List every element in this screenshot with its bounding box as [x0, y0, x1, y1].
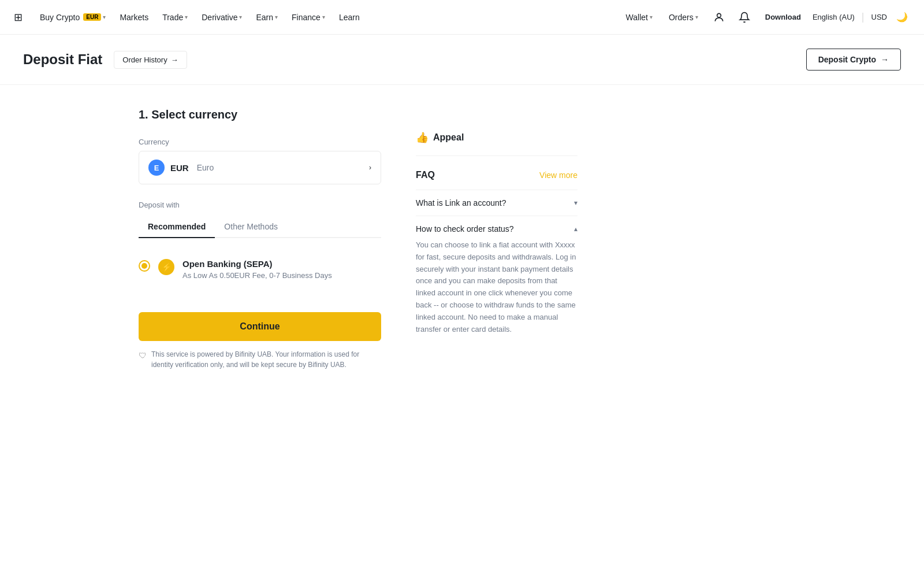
- nav-item-wallet[interactable]: Wallet ▾: [621, 9, 657, 25]
- appeal-thumbs-icon: 👍: [416, 131, 429, 144]
- nav-label-derivative: Derivative: [202, 13, 237, 22]
- deposit-crypto-arrow-icon: →: [881, 55, 889, 64]
- nav-label-wallet: Wallet: [626, 13, 648, 22]
- page-header: Deposit Fiat Order History → Deposit Cry…: [0, 35, 924, 85]
- currency-full-name: Euro: [197, 163, 214, 172]
- eur-icon: E: [148, 160, 165, 176]
- faq-question-1-text: What is Link an account?: [416, 198, 506, 208]
- deposit-with-label: Deposit with: [139, 201, 381, 209]
- nav-item-earn[interactable]: Earn ▾: [250, 9, 284, 25]
- tab-recommended[interactable]: Recommended: [139, 216, 215, 238]
- radio-button[interactable]: [139, 260, 150, 272]
- radio-inner: [141, 263, 147, 269]
- nav-item-learn[interactable]: Learn: [333, 9, 366, 25]
- right-panel: 👍 Appeal FAQ View more What is Link an a…: [416, 108, 578, 370]
- nav-left: Buy Crypto EUR ▾ Markets Trade ▾ Derivat…: [34, 9, 621, 25]
- appeal-section: 👍 Appeal: [416, 131, 578, 156]
- nav-item-finance[interactable]: Finance ▾: [286, 9, 331, 25]
- language-selector[interactable]: English (AU): [813, 13, 855, 21]
- deposit-crypto-label: Deposit Crypto: [818, 55, 876, 64]
- payment-method-row[interactable]: ⚡ Open Banking (SEPA) As Low As 0.50EUR …: [139, 250, 381, 289]
- section-title: 1. Select currency: [139, 108, 381, 121]
- nav-label-buy-crypto: Buy Crypto: [40, 13, 80, 22]
- nav-label-learn: Learn: [339, 13, 360, 22]
- page-title: Deposit Fiat: [23, 51, 102, 68]
- main-content: 1. Select currency Currency E EUR Euro ›…: [116, 85, 808, 393]
- order-history-button[interactable]: Order History →: [114, 51, 187, 69]
- continue-section: Continue 🛡 This service is powered by Bi…: [139, 312, 381, 370]
- faq-title: FAQ: [416, 170, 435, 180]
- finance-caret: ▾: [322, 14, 325, 20]
- faq-answer-2: You can choose to link a fiat account wi…: [416, 239, 578, 335]
- lightning-icon: ⚡: [162, 262, 172, 272]
- currency-selector-nav[interactable]: USD: [871, 13, 887, 21]
- currency-field-label: Currency: [139, 138, 381, 146]
- faq-question-2[interactable]: How to check order status? ▴: [416, 224, 578, 234]
- nav-item-trade[interactable]: Trade ▾: [157, 9, 193, 25]
- derivative-caret: ▾: [239, 14, 242, 20]
- nav-label-markets: Markets: [120, 13, 148, 22]
- nav-divider: |: [862, 11, 865, 23]
- faq-header: FAQ View more: [416, 170, 578, 180]
- nav-item-markets[interactable]: Markets: [114, 9, 154, 25]
- navbar: ⊞ Buy Crypto EUR ▾ Markets Trade ▾ Deriv…: [0, 0, 924, 35]
- left-panel: 1. Select currency Currency E EUR Euro ›…: [139, 108, 381, 370]
- orders-caret: ▾: [695, 14, 698, 20]
- faq-item-2: How to check order status? ▴ You can cho…: [416, 216, 578, 343]
- order-history-label: Order History: [122, 55, 167, 64]
- grid-icon[interactable]: ⊞: [14, 11, 23, 24]
- sepa-icon: ⚡: [158, 259, 174, 275]
- logo[interactable]: ⊞: [14, 11, 23, 24]
- dark-mode-toggle[interactable]: 🌙: [894, 9, 910, 25]
- currency-left: E EUR Euro: [148, 160, 214, 176]
- faq-chevron-up-icon: ▴: [574, 225, 578, 233]
- svg-point-0: [717, 13, 721, 17]
- buy-crypto-caret: ▾: [103, 14, 106, 20]
- nav-item-buy-crypto[interactable]: Buy Crypto EUR ▾: [34, 9, 111, 25]
- currency-chevron-icon: ›: [369, 164, 371, 172]
- nav-label-finance: Finance: [292, 13, 321, 22]
- profile-icon[interactable]: [710, 8, 728, 27]
- eur-badge: EUR: [83, 13, 101, 21]
- appeal-label[interactable]: Appeal: [433, 132, 464, 143]
- currency-code: EUR: [170, 163, 189, 173]
- disclaimer-text: This service is powered by Bifinity UAB.…: [151, 349, 381, 370]
- tab-other-methods[interactable]: Other Methods: [215, 216, 287, 238]
- faq-chevron-down-icon: ▾: [574, 199, 578, 207]
- currency-selector[interactable]: E EUR Euro ›: [139, 151, 381, 184]
- nav-label-trade: Trade: [162, 13, 183, 22]
- faq-question-2-text: How to check order status?: [416, 224, 514, 234]
- notification-icon[interactable]: [735, 8, 754, 27]
- page-header-left: Deposit Fiat Order History →: [23, 51, 187, 69]
- nav-item-derivative[interactable]: Derivative ▾: [196, 9, 248, 25]
- order-history-arrow-icon: →: [171, 55, 178, 64]
- payment-method-info: Open Banking (SEPA) As Low As 0.50EUR Fe…: [182, 259, 332, 280]
- faq-question-1[interactable]: What is Link an account? ▾: [416, 198, 578, 208]
- nav-label-earn: Earn: [256, 13, 273, 22]
- download-button[interactable]: Download: [761, 10, 806, 24]
- nav-item-orders[interactable]: Orders ▾: [664, 9, 703, 25]
- trade-caret: ▾: [185, 14, 188, 20]
- nav-label-orders: Orders: [669, 13, 694, 22]
- deposit-tabs: Recommended Other Methods: [139, 216, 381, 238]
- deposit-crypto-button[interactable]: Deposit Crypto →: [806, 49, 901, 71]
- nav-right: Wallet ▾ Orders ▾ Download English (AU) …: [621, 8, 910, 27]
- view-more-link[interactable]: View more: [539, 171, 578, 180]
- faq-item-1: What is Link an account? ▾: [416, 190, 578, 216]
- continue-button[interactable]: Continue: [139, 312, 381, 341]
- disclaimer: 🛡 This service is powered by Bifinity UA…: [139, 349, 381, 370]
- earn-caret: ▾: [275, 14, 278, 20]
- shield-icon: 🛡: [139, 350, 147, 362]
- wallet-caret: ▾: [650, 14, 653, 20]
- method-description: As Low As 0.50EUR Fee, 0-7 Business Days: [182, 271, 332, 280]
- method-name: Open Banking (SEPA): [182, 259, 332, 269]
